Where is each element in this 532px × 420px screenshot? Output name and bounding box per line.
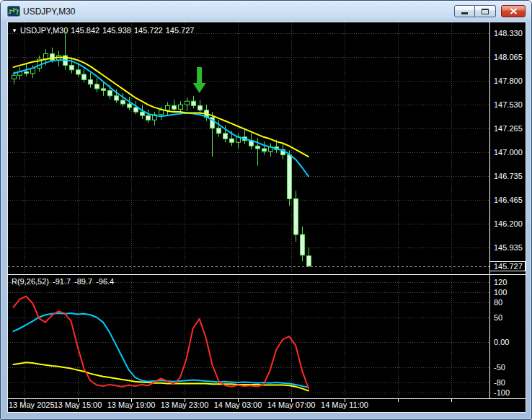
time-axis-label: 14 May 07:00 bbox=[267, 401, 316, 409]
indicator-value-1: -91.7 bbox=[53, 277, 71, 286]
window-controls bbox=[454, 5, 526, 17]
minimize-button[interactable] bbox=[454, 5, 475, 17]
chart-client-area: ▼USDJPY,M30145.842145.938145.722145.727 … bbox=[7, 22, 526, 413]
chart-ohlc-header: ▼USDJPY,M30145.842145.938145.722145.727 bbox=[12, 26, 197, 35]
time-axis-label: 14 May 11:00 bbox=[321, 401, 368, 409]
price-axis[interactable]: 148.330148.065147.800147.530147.265147.0… bbox=[489, 22, 526, 398]
current-price-badge: 145.727 bbox=[489, 261, 526, 271]
price-axis-label: 146.200 bbox=[494, 219, 523, 228]
time-axis-label: 13 May 19:00 bbox=[107, 401, 156, 409]
price-axis-label: 147.530 bbox=[494, 100, 523, 109]
minimize-icon bbox=[461, 12, 468, 14]
price-axis-label: 145.935 bbox=[494, 243, 523, 252]
window-title: USDJPY,M30 bbox=[23, 6, 75, 17]
ohlc-close-value: 145.727 bbox=[166, 26, 195, 35]
price-axis-label: 147.000 bbox=[494, 148, 523, 157]
mt4-chart-window: USDJPY,M30 ▼USDJPY,M30145.842145.938145.… bbox=[0, 0, 532, 420]
indicator-axis-label: -50 bbox=[494, 363, 505, 372]
time-axis-label: 13 May 2025 bbox=[9, 401, 55, 409]
indicator-axis-label: 80 bbox=[494, 298, 502, 307]
close-icon bbox=[510, 8, 518, 14]
indicator-axis-label: 120 bbox=[494, 278, 507, 286]
price-axis-label: 147.265 bbox=[494, 124, 523, 133]
indicator-value-3: -96.4 bbox=[96, 277, 114, 286]
indicator-axis-label: 0.00 bbox=[494, 338, 509, 346]
indicator-name: R(9,26,52) bbox=[12, 277, 49, 286]
indicator-axis-label: -100 bbox=[494, 388, 510, 397]
chart-window-icon[interactable] bbox=[7, 6, 20, 17]
time-axis-label: 13 May 15:00 bbox=[54, 401, 102, 409]
price-axis-label: 146.465 bbox=[494, 196, 523, 204]
price-axis-label: 148.330 bbox=[494, 29, 523, 38]
maximize-button[interactable] bbox=[475, 5, 496, 17]
ohlc-high-value: 145.938 bbox=[102, 26, 131, 35]
window-titlebar[interactable]: USDJPY,M30 bbox=[1, 1, 531, 22]
ohlc-low-value: 145.722 bbox=[134, 26, 163, 35]
time-axis[interactable]: 13 May 202513 May 15:0013 May 19:0013 Ma… bbox=[8, 399, 526, 412]
close-button[interactable] bbox=[501, 5, 526, 17]
sell-arrow-icon bbox=[193, 67, 206, 93]
indicator-axis-label: 100 bbox=[494, 288, 507, 297]
indicator-label: R(9,26,52)-91.7-89.7-96.4 bbox=[12, 277, 118, 286]
indicator-axis-label: -80 bbox=[494, 378, 505, 387]
chart-symbol-label: USDJPY,M30 bbox=[20, 26, 68, 35]
price-axis-label: 147.800 bbox=[494, 76, 523, 85]
chart-canvas[interactable] bbox=[8, 22, 526, 412]
indicator-axis-label: 50 bbox=[494, 313, 502, 322]
panel-separator[interactable] bbox=[8, 272, 526, 276]
time-axis-label: 13 May 23:00 bbox=[161, 401, 209, 409]
price-axis-label: 148.065 bbox=[494, 53, 523, 61]
indicator-value-2: -89.7 bbox=[74, 277, 92, 286]
maximize-icon bbox=[482, 9, 489, 14]
time-axis-label: 14 May 03:00 bbox=[214, 401, 262, 409]
ohlc-open-value: 145.842 bbox=[71, 26, 99, 35]
price-axis-label: 146.735 bbox=[494, 172, 523, 180]
symbol-dropdown-icon[interactable]: ▼ bbox=[12, 27, 17, 34]
